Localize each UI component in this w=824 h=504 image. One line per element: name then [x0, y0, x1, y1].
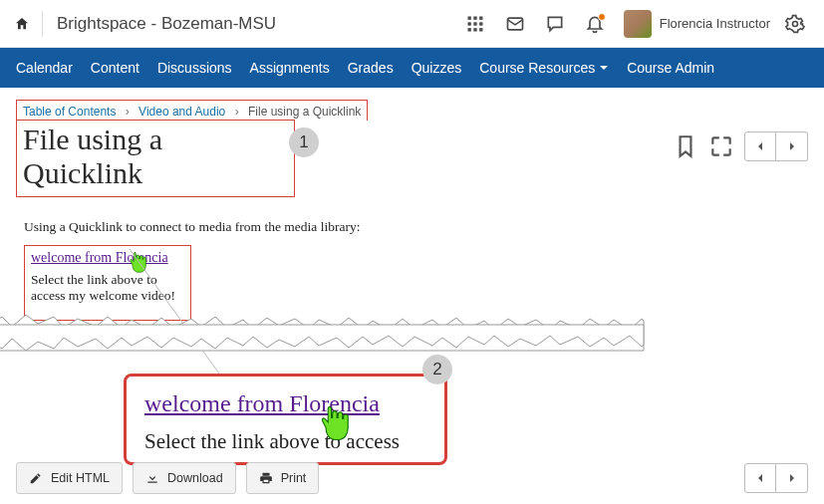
svg-rect-4 [473, 22, 476, 25]
svg-rect-2 [479, 16, 482, 19]
footer-toolbar: Edit HTML Download Print [16, 462, 808, 494]
nav-calendar[interactable]: Calendar [16, 60, 73, 76]
divider [42, 11, 43, 37]
avatar[interactable] [624, 10, 652, 38]
svg-rect-0 [467, 16, 470, 19]
expand-icon[interactable] [708, 133, 734, 159]
title-highlight: File using a Quicklink [16, 120, 295, 197]
page-title: File using a Quicklink [23, 123, 288, 190]
home-icon[interactable] [14, 16, 30, 32]
nav-discussions[interactable]: Discussions [157, 60, 232, 76]
step-badge-1: 1 [289, 127, 319, 157]
nav-grades[interactable]: Grades [348, 60, 394, 76]
title-toolbar [673, 131, 808, 161]
zoom-followup-text: Select the link above to access [144, 429, 432, 454]
brand-title[interactable]: Brightspace - Bozeman-MSU [57, 14, 276, 34]
svg-rect-8 [479, 28, 482, 31]
app-switcher-icon[interactable] [460, 9, 490, 39]
svg-rect-1 [473, 16, 476, 19]
next-button[interactable] [776, 131, 808, 161]
svg-rect-7 [473, 28, 476, 31]
nav-quizzes[interactable]: Quizzes [412, 60, 462, 76]
chevron-left-icon [755, 141, 765, 151]
svg-rect-6 [467, 28, 470, 31]
nav-course-resources[interactable]: Course Resources [479, 60, 609, 76]
download-icon [145, 471, 159, 485]
nav-course-resources-label: Course Resources [479, 60, 595, 76]
quicklink-highlight: welcome from Florencia Select the link a… [24, 245, 191, 321]
print-label: Print [281, 471, 307, 485]
print-button[interactable]: Print [246, 462, 320, 494]
pager-bottom [744, 463, 808, 493]
gear-icon[interactable] [780, 9, 810, 39]
download-label: Download [167, 471, 223, 485]
zoom-panel: welcome from Florencia Select the link a… [124, 374, 447, 465]
breadcrumb: Table of Contents › Video and Audio › Fi… [23, 105, 361, 119]
nav-content[interactable]: Content [91, 60, 139, 76]
intro-text: Using a Quicklink to connect to media fr… [24, 219, 800, 235]
speech-bubble-icon[interactable] [540, 9, 570, 39]
chevron-right-icon [787, 473, 797, 483]
next-button-bottom[interactable] [776, 463, 808, 493]
crumb-toc[interactable]: Table of Contents [23, 105, 116, 119]
download-button[interactable]: Download [133, 462, 236, 494]
printer-icon [259, 471, 273, 485]
crumb-current: File using a Quicklink [248, 105, 361, 119]
step-badge-2: 2 [422, 355, 452, 384]
crumb-video-audio[interactable]: Video and Audio [138, 105, 225, 119]
nav-course-admin[interactable]: Course Admin [627, 60, 714, 76]
breadcrumb-highlight: Table of Contents › Video and Audio › Fi… [16, 100, 368, 121]
navbar: Calendar Content Discussions Assignments… [0, 48, 824, 88]
chevron-down-icon [599, 63, 609, 73]
nav-assignments[interactable]: Assignments [250, 60, 330, 76]
user-name[interactable]: Florencia Instructor [660, 16, 770, 31]
prev-button-bottom[interactable] [744, 463, 776, 493]
cursor-pointer-icon-large [317, 404, 355, 444]
svg-rect-5 [479, 22, 482, 25]
followup-text: Select the link above to access my welco… [31, 272, 182, 304]
prev-button[interactable] [744, 131, 776, 161]
svg-point-10 [793, 21, 798, 26]
chevron-left-icon [755, 473, 765, 483]
envelope-icon[interactable] [500, 9, 530, 39]
edit-html-label: Edit HTML [51, 471, 110, 485]
signature: -Florencia [24, 327, 800, 343]
svg-rect-3 [467, 22, 470, 25]
content-body: Using a Quicklink to connect to media fr… [16, 197, 808, 343]
cursor-pointer-icon [128, 251, 149, 275]
pager-top [744, 131, 808, 161]
bell-icon[interactable] [580, 9, 610, 39]
pencil-icon [29, 471, 43, 485]
bookmark-icon[interactable] [673, 133, 698, 159]
chevron-right-icon [787, 141, 797, 151]
notification-dot [598, 13, 606, 21]
edit-html-button[interactable]: Edit HTML [16, 462, 123, 494]
topbar: Brightspace - Bozeman-MSU Florencia Inst… [0, 0, 824, 48]
